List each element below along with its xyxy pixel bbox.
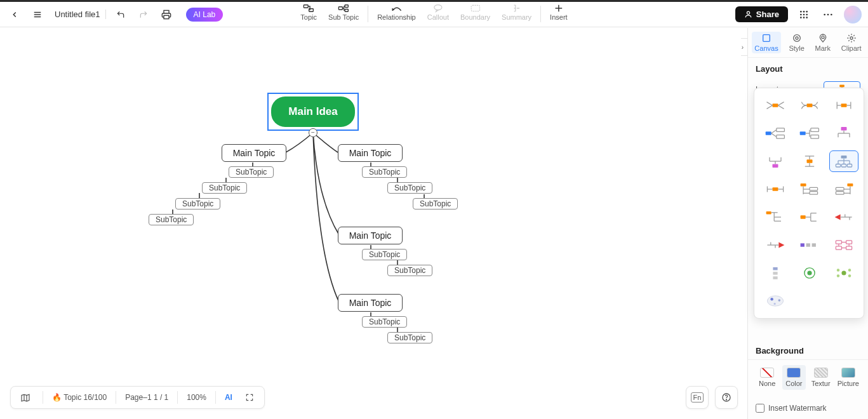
subtopic-node[interactable]: SubTopic — [362, 166, 407, 178]
background-section: None Color Textur Picture — [748, 359, 868, 397]
menu-button[interactable] — [29, 6, 46, 23]
watermark-checkbox-row[interactable]: Insert Watermark — [748, 397, 868, 419]
topic-count: 🔥 Topic 16/100 — [52, 393, 107, 402]
insert-tool[interactable]: Insert — [545, 2, 573, 22]
share-button[interactable]: Share — [735, 6, 788, 22]
print-button[interactable] — [158, 6, 175, 23]
layout-option[interactable] — [829, 262, 858, 284]
watermark-checkbox[interactable] — [756, 404, 765, 413]
main-topic-node[interactable]: Main Topic — [338, 227, 403, 244]
page-indicator[interactable]: Page–1 1 / 1 — [125, 393, 168, 402]
subtopic-node[interactable]: SubTopic — [149, 214, 194, 225]
svg-point-25 — [831, 13, 832, 15]
bg-picture[interactable]: Picture — [836, 365, 860, 390]
subtopic-tool[interactable]: Sub Topic — [323, 2, 364, 22]
svg-point-156 — [841, 270, 846, 275]
more-button[interactable] — [820, 6, 836, 23]
layout-option[interactable] — [761, 178, 790, 200]
layout-option[interactable] — [795, 123, 824, 144]
layout-option[interactable] — [829, 178, 858, 200]
bg-texture[interactable]: Textur — [810, 365, 832, 390]
plus-icon — [554, 3, 564, 13]
fullscreen-button[interactable] — [241, 389, 258, 406]
callout-label: Callout — [427, 13, 449, 21]
subtopic-node[interactable]: SubTopic — [387, 265, 432, 276]
subtopic-node[interactable]: SubTopic — [413, 198, 458, 210]
svg-point-159 — [837, 274, 840, 277]
svg-rect-146 — [846, 246, 852, 249]
background-section-title: Background — [748, 342, 868, 359]
ai-lab-button[interactable]: AI Lab — [186, 8, 224, 22]
ai-bottom-button[interactable]: AI — [225, 393, 232, 402]
avatar[interactable] — [844, 6, 862, 23]
layout-option[interactable] — [829, 123, 858, 144]
tab-style[interactable]: Style — [786, 32, 806, 53]
subtopic-node[interactable]: SubTopic — [202, 182, 247, 194]
layout-option[interactable] — [795, 178, 824, 200]
layout-option[interactable] — [795, 150, 824, 172]
svg-point-14 — [800, 11, 802, 13]
subtopic-node[interactable]: SubTopic — [387, 332, 432, 343]
layout-option[interactable] — [795, 234, 824, 256]
layout-option[interactable] — [829, 234, 858, 256]
subtopic-node[interactable]: SubTopic — [175, 198, 220, 210]
layout-option[interactable] — [761, 206, 790, 228]
svg-rect-145 — [836, 246, 841, 249]
layout-popover — [754, 88, 864, 319]
svg-point-9 — [434, 4, 442, 10]
svg-rect-48 — [763, 35, 770, 42]
undo-button[interactable] — [112, 6, 129, 23]
layout-option[interactable] — [795, 95, 824, 116]
layout-option[interactable] — [795, 206, 824, 228]
svg-point-163 — [778, 299, 781, 302]
svg-point-20 — [800, 17, 802, 18]
layout-option[interactable] — [761, 290, 790, 312]
help-button[interactable] — [715, 386, 738, 409]
main-topic-node[interactable]: Main Topic — [338, 294, 403, 312]
bg-none[interactable]: None — [756, 365, 778, 390]
layout-option[interactable] — [761, 262, 790, 284]
svg-line-62 — [767, 105, 773, 109]
zoom-level[interactable]: 100% — [187, 393, 206, 402]
collapse-toggle[interactable]: − — [309, 128, 317, 137]
svg-rect-91 — [807, 159, 813, 163]
relationship-tool[interactable]: Relationship — [372, 2, 421, 22]
layout-option[interactable] — [761, 95, 790, 116]
layout-option[interactable] — [761, 150, 790, 172]
svg-rect-143 — [836, 241, 841, 244]
apps-button[interactable] — [796, 6, 812, 23]
topic-label: Topic — [300, 13, 317, 21]
back-button[interactable] — [6, 6, 23, 23]
canvas[interactable]: Main Idea − Main Topic SubTopic SubTopic… — [0, 28, 741, 386]
subtopic-node[interactable]: SubTopic — [362, 249, 407, 260]
subtopic-node[interactable]: SubTopic — [229, 166, 274, 178]
redo-button[interactable] — [135, 6, 152, 23]
main-topic-node[interactable]: Main Topic — [338, 144, 403, 162]
tab-clipart[interactable]: Clipart — [839, 32, 864, 53]
tab-mark[interactable]: Mark — [813, 32, 833, 53]
layout-option[interactable] — [761, 234, 790, 256]
layout-option-selected[interactable] — [829, 150, 858, 172]
subtopic-node[interactable]: SubTopic — [362, 316, 407, 328]
layout-option[interactable] — [829, 206, 858, 228]
bg-color[interactable]: Color — [782, 365, 805, 390]
format-panel-button[interactable]: Fn — [686, 386, 709, 409]
boundary-icon — [471, 3, 481, 13]
svg-line-64 — [778, 105, 784, 109]
map-overview-button[interactable] — [17, 389, 34, 406]
svg-rect-104 — [847, 164, 851, 168]
layout-option[interactable] — [761, 123, 790, 144]
svg-point-158 — [848, 269, 851, 272]
main-topic-node[interactable]: Main Topic — [222, 144, 286, 162]
layout-option[interactable] — [795, 262, 824, 284]
header-left: Untitled file1 AI Lab — [6, 6, 223, 23]
tab-canvas-label: Canvas — [754, 44, 778, 52]
layout-option[interactable] — [829, 95, 858, 116]
subtopic-node[interactable]: SubTopic — [387, 182, 432, 194]
svg-rect-10 — [471, 5, 479, 11]
main-idea-node[interactable]: Main Idea — [271, 96, 355, 127]
topic-tool[interactable]: Topic — [295, 2, 322, 22]
tab-canvas[interactable]: Canvas — [752, 32, 780, 53]
file-name[interactable]: Untitled file1 — [55, 10, 106, 19]
svg-rect-65 — [807, 103, 813, 107]
